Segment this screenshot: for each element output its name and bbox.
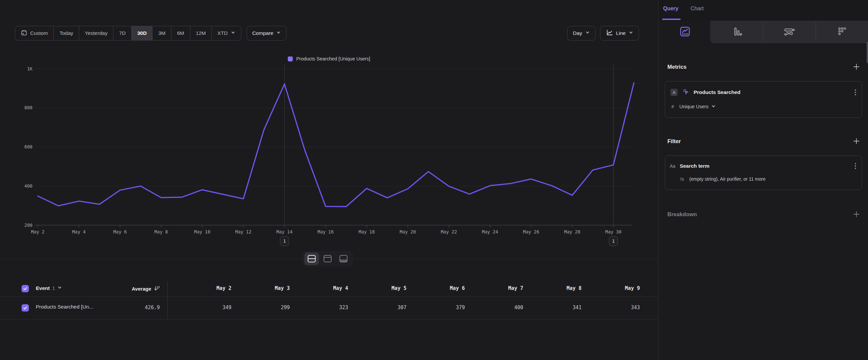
add-filter-button[interactable] [853, 138, 860, 145]
date-range-3m[interactable]: 3M [152, 26, 171, 40]
chart-type-tabs [659, 21, 868, 43]
chevron-down-icon [629, 30, 633, 36]
query-sidebar: Query Chart [658, 0, 868, 360]
day-column-header[interactable]: May 4 [333, 285, 348, 291]
sort-icon [154, 285, 160, 292]
compare-button[interactable]: Compare [247, 26, 287, 40]
chevron-down-icon [57, 285, 62, 291]
layout-split-button[interactable] [304, 252, 319, 265]
chevron-down-icon [585, 30, 590, 36]
tab-retention-chart[interactable] [816, 21, 868, 43]
metrics-section-header: Metrics [668, 63, 860, 71]
y-axis-label: 200 [25, 222, 32, 228]
layout-chart-only-button[interactable] [320, 252, 335, 265]
add-metric-button[interactable] [853, 63, 860, 71]
event-label: Event [36, 285, 50, 291]
y-axis-label: 1K [27, 66, 33, 72]
day-column-header[interactable]: May 7 [508, 285, 523, 291]
x-axis-label: May 26 [523, 229, 539, 234]
sidebar-scrollbar-thumb[interactable] [867, 42, 868, 63]
x-axis-label: May 8 [155, 229, 168, 234]
table-cell-value: 379 [456, 305, 465, 310]
date-range-today[interactable]: Today [53, 26, 79, 40]
string-type-icon: Aa [670, 163, 675, 169]
tab-bar-chart[interactable] [711, 21, 763, 43]
filter-section-header: Filter [668, 138, 860, 145]
x-axis-label: May 18 [359, 229, 375, 234]
filter-operator[interactable]: Is [680, 176, 684, 182]
data-table: Event 1 Average May 2May 3May 4May 5May … [0, 281, 658, 320]
table-header-row: Event 1 Average May 2May 3May 4May 5May … [0, 281, 658, 297]
x-axis-label: May 24 [482, 229, 498, 234]
tab-insights-chart[interactable] [659, 21, 711, 43]
row-label: Products Searched [Un... [36, 304, 93, 310]
filter-title: Filter [668, 138, 681, 144]
day-column-header[interactable]: May 5 [392, 285, 406, 291]
metric-name: Products Searched [693, 89, 740, 95]
table-cell-value: 307 [398, 305, 406, 310]
line-chart[interactable]: 2004006008001KMay 2May 4May 6May 8May 10… [13, 61, 640, 251]
x-axis-label: May 4 [72, 229, 86, 234]
kebab-menu-icon[interactable] [855, 162, 857, 170]
date-range-yesterday[interactable]: Yesterday [79, 26, 113, 40]
tab-chart[interactable]: Chart [691, 6, 704, 11]
date-range-6m[interactable]: 6M [171, 26, 190, 40]
tab-query[interactable]: Query [663, 6, 678, 11]
x-axis-label: May 12 [236, 229, 252, 234]
date-range-30d[interactable]: 30D [131, 26, 152, 40]
chevron-down-icon [276, 30, 281, 36]
date-range-7d[interactable]: 7D [113, 26, 131, 40]
day-column-header[interactable]: May 9 [625, 285, 640, 291]
metrics-title: Metrics [668, 64, 687, 70]
x-axis-label: May 2 [31, 229, 45, 234]
data-series-line[interactable] [38, 83, 634, 206]
select-all-checkbox[interactable] [22, 285, 29, 292]
day-column-header[interactable]: May 2 [217, 285, 231, 291]
aggregation-dropdown[interactable]: Unique Users [679, 104, 716, 110]
legend-label: Products Searched [Unique Users] [296, 56, 370, 61]
metric-card[interactable]: A Products Searched # Unique Users [665, 81, 862, 118]
table-cell-value: 343 [631, 305, 640, 310]
compare-label: Compare [252, 30, 274, 36]
granularity-dropdown[interactable]: Day [567, 26, 595, 40]
x-axis-label: May 30 [606, 229, 622, 234]
x-axis-label: May 20 [400, 229, 416, 234]
active-tab-underline [662, 19, 681, 20]
metric-series-badge: A [671, 89, 678, 96]
event-column-header[interactable]: Event 1 [36, 285, 62, 291]
kebab-menu-icon[interactable] [855, 89, 857, 96]
event-pointer-icon [682, 88, 689, 96]
x-axis-label: May 28 [564, 229, 581, 234]
date-range-xtd[interactable]: XTD [212, 26, 241, 40]
annotation-badge-label: 1 [612, 239, 615, 244]
calendar-icon [21, 30, 27, 37]
row-checkbox[interactable] [22, 304, 29, 311]
date-range-12m[interactable]: 12M [190, 26, 212, 40]
date-range-custom[interactable]: Custom [15, 26, 53, 40]
dots-grid-icon [837, 26, 848, 38]
x-axis-label: May 22 [441, 229, 457, 234]
layout-table-only-button[interactable] [336, 252, 351, 265]
day-column-header[interactable]: May 3 [275, 285, 290, 291]
chevron-down-icon [231, 30, 236, 36]
average-column-header[interactable]: Average [132, 285, 160, 292]
x-axis-label: May 6 [114, 229, 127, 234]
granularity-label: Day [573, 30, 582, 36]
filter-value[interactable]: (empty string), Air purifier, or 11 more [689, 176, 766, 182]
y-axis-label: 600 [25, 144, 32, 149]
add-breakdown-button[interactable] [853, 211, 860, 218]
day-column-header[interactable]: May 8 [567, 285, 582, 291]
table-cell-value: 400 [514, 305, 523, 310]
y-axis-label: 800 [25, 105, 32, 110]
filter-card[interactable]: Aa Search term Is (empty string), Air pu… [665, 156, 862, 190]
date-range-selector: CustomTodayYesterday7D30D3M6M12MXTD [15, 26, 241, 40]
day-column-header[interactable]: May 6 [450, 285, 465, 291]
table-cell-value: 323 [339, 305, 348, 310]
sidebar-tab-bar: Query Chart [658, 0, 868, 21]
x-axis-label: May 16 [318, 229, 334, 234]
table-row[interactable]: Products Searched [Un... 426.9 349299323… [0, 297, 658, 319]
aggregation-prefix: # [672, 104, 679, 109]
table-row-divider [0, 319, 658, 320]
chart-type-dropdown[interactable]: Line [600, 26, 639, 40]
tab-flow-chart[interactable] [763, 21, 815, 43]
